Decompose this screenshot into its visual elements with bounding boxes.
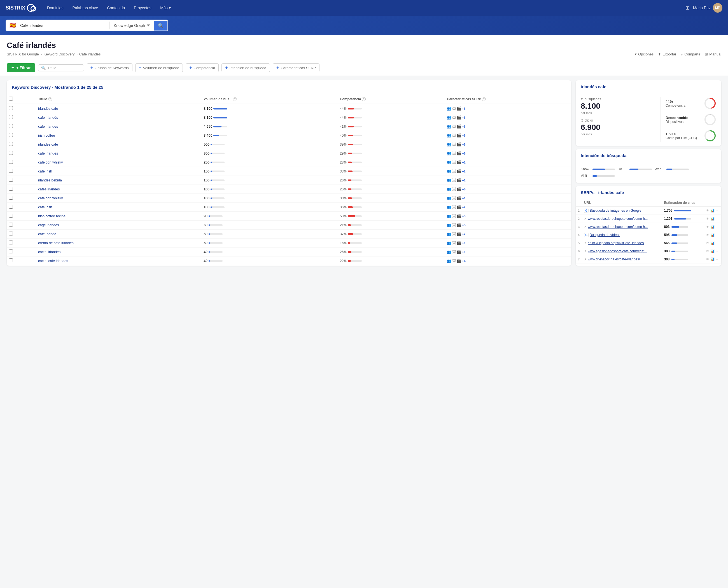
row-checkbox[interactable]: [9, 205, 13, 209]
row-checkbox[interactable]: [9, 258, 13, 262]
keyword-link[interactable]: cafe irlanda: [38, 232, 56, 236]
keyword-groups-filter[interactable]: + Grupos de Keywords: [87, 63, 132, 72]
row-checkbox[interactable]: [9, 133, 13, 137]
serp-url-link[interactable]: Búsqueda de imágenes en Google: [590, 209, 642, 212]
serp-url-link[interactable]: Búsqueda de vídeos: [590, 233, 620, 237]
row-checkbox[interactable]: [9, 223, 13, 227]
chart-icon[interactable]: 📊: [710, 249, 714, 253]
filtrar-button[interactable]: ✦ + Filtrar: [7, 63, 35, 72]
serp-type-icon: G: [584, 209, 588, 212]
serp-help-icon[interactable]: ?: [482, 97, 486, 101]
breadcrumb-sistrix[interactable]: SISTRIX for Google: [7, 52, 39, 56]
row-checkbox[interactable]: [9, 240, 13, 245]
intencion-filter[interactable]: + Intención de búsqueda: [222, 63, 270, 72]
opciones-button[interactable]: ▾ Opciones: [635, 52, 653, 56]
row-checkbox[interactable]: [9, 196, 13, 200]
logo[interactable]: SISTRIX: [6, 4, 35, 12]
competencia-filter[interactable]: + Competencia: [186, 63, 219, 72]
row-checkbox[interactable]: [9, 178, 13, 182]
user-menu[interactable]: Maria Paz MP: [693, 3, 722, 13]
serp-type-icon: ↗: [584, 217, 587, 220]
keyword-link[interactable]: coctel cafe irlandes: [38, 259, 68, 263]
arrow-icon[interactable]: →: [716, 249, 719, 253]
row-checkbox[interactable]: [9, 142, 13, 146]
eye-icon[interactable]: 👁: [706, 241, 709, 245]
search-button[interactable]: 🔍: [154, 21, 167, 30]
row-checkbox[interactable]: [9, 250, 13, 253]
keyword-link[interactable]: cafe irish: [38, 169, 52, 173]
eye-icon[interactable]: 👁: [706, 225, 709, 229]
row-checkbox[interactable]: [9, 214, 13, 217]
compartir-button[interactable]: ⬦ Compartir: [681, 52, 700, 56]
row-checkbox[interactable]: [9, 232, 13, 235]
arrow-icon[interactable]: →: [716, 257, 719, 261]
row-checkbox[interactable]: [9, 124, 13, 128]
row-checkbox[interactable]: [9, 187, 13, 191]
arrow-icon[interactable]: →: [716, 233, 719, 237]
breadcrumb-keyword-discovery[interactable]: Keyword Discovery: [43, 52, 75, 56]
nav-dominios[interactable]: Dominios: [43, 3, 67, 12]
row-checkbox[interactable]: [9, 151, 13, 155]
keyword-link[interactable]: irlandés cafe: [38, 107, 58, 111]
keyword-link[interactable]: café con whisky: [38, 161, 63, 164]
chart-icon[interactable]: 📊: [710, 241, 714, 245]
keyword-link[interactable]: café irlandes: [38, 151, 58, 155]
manual-button[interactable]: ⊞ Manual: [705, 52, 721, 56]
keyword-link[interactable]: irlandes bebida: [38, 178, 62, 182]
arrow-icon[interactable]: →: [716, 225, 719, 229]
title-filter[interactable]: 🔍: [38, 64, 84, 71]
serp-url-link[interactable]: www.recetasderechupete.com/como-h...: [588, 225, 648, 229]
grid-icon[interactable]: ⊞: [685, 5, 690, 11]
keyword-link[interactable]: cafe con whisky: [38, 196, 63, 200]
row-checkbox[interactable]: [9, 106, 13, 110]
row-checkbox[interactable]: [9, 169, 13, 173]
knowledge-graph-select[interactable]: Knowledge Graph: [110, 21, 154, 30]
row-checkbox[interactable]: [9, 160, 13, 164]
arrow-icon[interactable]: →: [716, 241, 719, 245]
serp-url-link[interactable]: es.m.wikipedia.org/wiki/Café_irlandés: [588, 241, 644, 245]
chart-icon[interactable]: 📊: [710, 225, 714, 229]
chart-icon[interactable]: 📊: [710, 257, 714, 261]
serp-url-link[interactable]: www.divinacocina.es/cafe-irlandes/: [588, 257, 640, 261]
nav-palabras-clave[interactable]: Palabras clave: [68, 3, 102, 12]
keyword-link[interactable]: cage irlandes: [38, 223, 59, 227]
serp-url-link[interactable]: www.apasionadosporelcafe.com/recet...: [588, 249, 647, 253]
keyword-link[interactable]: crema de cafe irlandes: [38, 241, 74, 245]
nav-mas[interactable]: Más ▾: [156, 3, 174, 12]
serp-url-link[interactable]: www.recetasderechupete.com/como-h...: [588, 217, 648, 220]
keyword-link[interactable]: cafes irlandes: [38, 187, 60, 191]
title-search-input[interactable]: [47, 66, 81, 70]
comp-help-icon[interactable]: ?: [362, 97, 366, 101]
keyword-link[interactable]: coctel irlandes: [38, 250, 61, 254]
title-help-icon[interactable]: ?: [48, 97, 52, 101]
nav-proyectos[interactable]: Proyectos: [130, 3, 155, 12]
serp-filter[interactable]: + Características SERP: [273, 63, 319, 72]
chart-icon[interactable]: 📊: [710, 217, 714, 220]
keyword-link[interactable]: café irlandés: [38, 115, 58, 120]
chart-icon[interactable]: 📊: [710, 209, 714, 212]
volume-filter[interactable]: + Volumen de búsqueda: [135, 63, 183, 72]
serp-clicks-bar-fill: [671, 259, 674, 260]
keyword-link[interactable]: café irish: [38, 205, 52, 209]
keyword-link[interactable]: irish coffee recipe: [38, 214, 65, 218]
row-checkbox[interactable]: [9, 115, 13, 119]
keyword-link[interactable]: irish coffee: [38, 133, 55, 138]
exportar-button[interactable]: ⬆ Exportar: [658, 52, 676, 56]
arrow-icon[interactable]: →: [716, 209, 719, 212]
keyword-link[interactable]: cafe irlandes: [38, 125, 58, 128]
eye-icon[interactable]: 👁: [706, 217, 709, 220]
search-input[interactable]: [19, 21, 109, 30]
eye-icon[interactable]: 👁: [706, 209, 709, 212]
arrow-icon[interactable]: →: [716, 217, 719, 220]
row-vol-cell: 90: [201, 212, 338, 220]
eye-icon[interactable]: 👁: [706, 249, 709, 253]
eye-icon[interactable]: 👁: [706, 233, 709, 237]
chart-icon[interactable]: 📊: [710, 233, 714, 237]
keyword-link[interactable]: irlandes cafe: [38, 143, 58, 146]
nav-contenido[interactable]: Contenido: [103, 3, 129, 12]
vol-help-icon[interactable]: ?: [233, 97, 237, 101]
select-all-checkbox[interactable]: [9, 97, 13, 101]
row-checkbox-cell: [7, 176, 36, 185]
country-flag-button[interactable]: 🇪🇸: [6, 20, 19, 31]
eye-icon[interactable]: 👁: [706, 257, 709, 261]
